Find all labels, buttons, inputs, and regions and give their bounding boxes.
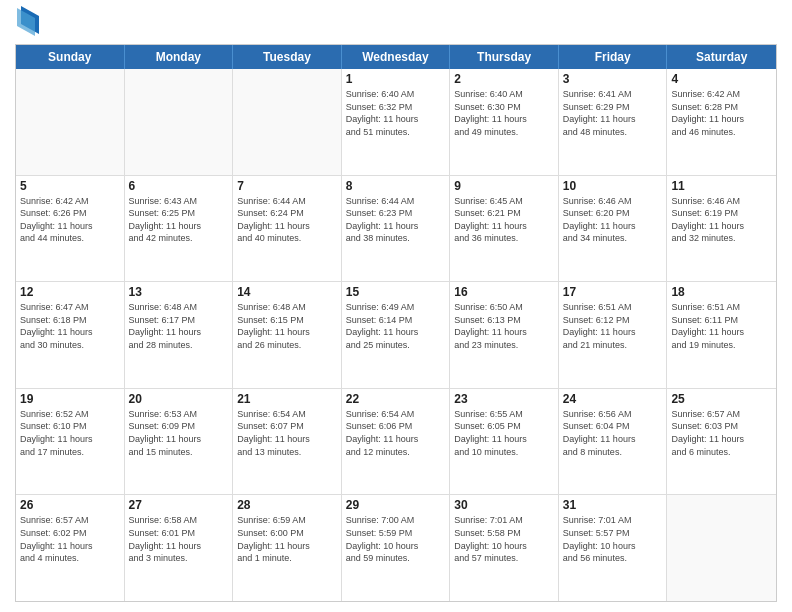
day-number: 30 xyxy=(454,498,554,512)
day-info: Sunrise: 6:40 AM Sunset: 6:32 PM Dayligh… xyxy=(346,88,446,138)
day-info: Sunrise: 6:54 AM Sunset: 6:06 PM Dayligh… xyxy=(346,408,446,458)
day-number: 22 xyxy=(346,392,446,406)
day-cell-6: 6Sunrise: 6:43 AM Sunset: 6:25 PM Daylig… xyxy=(125,176,234,282)
day-number: 28 xyxy=(237,498,337,512)
header xyxy=(15,10,777,36)
logo-icon xyxy=(17,6,39,36)
day-cell-17: 17Sunrise: 6:51 AM Sunset: 6:12 PM Dayli… xyxy=(559,282,668,388)
calendar: SundayMondayTuesdayWednesdayThursdayFrid… xyxy=(15,44,777,602)
day-number: 17 xyxy=(563,285,663,299)
empty-cell xyxy=(125,69,234,175)
day-info: Sunrise: 6:57 AM Sunset: 6:03 PM Dayligh… xyxy=(671,408,772,458)
calendar-row-4: 26Sunrise: 6:57 AM Sunset: 6:02 PM Dayli… xyxy=(16,495,776,601)
day-info: Sunrise: 6:50 AM Sunset: 6:13 PM Dayligh… xyxy=(454,301,554,351)
day-cell-5: 5Sunrise: 6:42 AM Sunset: 6:26 PM Daylig… xyxy=(16,176,125,282)
day-info: Sunrise: 6:44 AM Sunset: 6:23 PM Dayligh… xyxy=(346,195,446,245)
day-number: 7 xyxy=(237,179,337,193)
day-cell-2: 2Sunrise: 6:40 AM Sunset: 6:30 PM Daylig… xyxy=(450,69,559,175)
day-cell-18: 18Sunrise: 6:51 AM Sunset: 6:11 PM Dayli… xyxy=(667,282,776,388)
logo xyxy=(15,10,39,36)
day-cell-23: 23Sunrise: 6:55 AM Sunset: 6:05 PM Dayli… xyxy=(450,389,559,495)
day-number: 31 xyxy=(563,498,663,512)
day-cell-30: 30Sunrise: 7:01 AM Sunset: 5:58 PM Dayli… xyxy=(450,495,559,601)
day-info: Sunrise: 6:51 AM Sunset: 6:11 PM Dayligh… xyxy=(671,301,772,351)
day-info: Sunrise: 6:46 AM Sunset: 6:19 PM Dayligh… xyxy=(671,195,772,245)
day-cell-7: 7Sunrise: 6:44 AM Sunset: 6:24 PM Daylig… xyxy=(233,176,342,282)
day-info: Sunrise: 6:53 AM Sunset: 6:09 PM Dayligh… xyxy=(129,408,229,458)
day-number: 23 xyxy=(454,392,554,406)
day-number: 18 xyxy=(671,285,772,299)
day-cell-11: 11Sunrise: 6:46 AM Sunset: 6:19 PM Dayli… xyxy=(667,176,776,282)
day-cell-19: 19Sunrise: 6:52 AM Sunset: 6:10 PM Dayli… xyxy=(16,389,125,495)
day-info: Sunrise: 6:56 AM Sunset: 6:04 PM Dayligh… xyxy=(563,408,663,458)
day-cell-10: 10Sunrise: 6:46 AM Sunset: 6:20 PM Dayli… xyxy=(559,176,668,282)
day-cell-29: 29Sunrise: 7:00 AM Sunset: 5:59 PM Dayli… xyxy=(342,495,451,601)
day-info: Sunrise: 6:43 AM Sunset: 6:25 PM Dayligh… xyxy=(129,195,229,245)
day-number: 29 xyxy=(346,498,446,512)
day-cell-1: 1Sunrise: 6:40 AM Sunset: 6:32 PM Daylig… xyxy=(342,69,451,175)
day-cell-16: 16Sunrise: 6:50 AM Sunset: 6:13 PM Dayli… xyxy=(450,282,559,388)
header-day-sunday: Sunday xyxy=(16,45,125,69)
day-cell-24: 24Sunrise: 6:56 AM Sunset: 6:04 PM Dayli… xyxy=(559,389,668,495)
day-cell-26: 26Sunrise: 6:57 AM Sunset: 6:02 PM Dayli… xyxy=(16,495,125,601)
calendar-header: SundayMondayTuesdayWednesdayThursdayFrid… xyxy=(16,45,776,69)
day-cell-8: 8Sunrise: 6:44 AM Sunset: 6:23 PM Daylig… xyxy=(342,176,451,282)
header-day-tuesday: Tuesday xyxy=(233,45,342,69)
day-number: 4 xyxy=(671,72,772,86)
day-number: 15 xyxy=(346,285,446,299)
day-info: Sunrise: 6:54 AM Sunset: 6:07 PM Dayligh… xyxy=(237,408,337,458)
day-number: 12 xyxy=(20,285,120,299)
day-info: Sunrise: 6:49 AM Sunset: 6:14 PM Dayligh… xyxy=(346,301,446,351)
day-info: Sunrise: 6:40 AM Sunset: 6:30 PM Dayligh… xyxy=(454,88,554,138)
day-cell-3: 3Sunrise: 6:41 AM Sunset: 6:29 PM Daylig… xyxy=(559,69,668,175)
day-number: 10 xyxy=(563,179,663,193)
day-info: Sunrise: 6:55 AM Sunset: 6:05 PM Dayligh… xyxy=(454,408,554,458)
day-cell-28: 28Sunrise: 6:59 AM Sunset: 6:00 PM Dayli… xyxy=(233,495,342,601)
day-number: 6 xyxy=(129,179,229,193)
calendar-row-3: 19Sunrise: 6:52 AM Sunset: 6:10 PM Dayli… xyxy=(16,389,776,496)
day-number: 14 xyxy=(237,285,337,299)
day-number: 3 xyxy=(563,72,663,86)
day-number: 21 xyxy=(237,392,337,406)
day-info: Sunrise: 6:45 AM Sunset: 6:21 PM Dayligh… xyxy=(454,195,554,245)
empty-cell xyxy=(667,495,776,601)
day-cell-15: 15Sunrise: 6:49 AM Sunset: 6:14 PM Dayli… xyxy=(342,282,451,388)
day-info: Sunrise: 6:48 AM Sunset: 6:17 PM Dayligh… xyxy=(129,301,229,351)
day-number: 2 xyxy=(454,72,554,86)
day-info: Sunrise: 6:47 AM Sunset: 6:18 PM Dayligh… xyxy=(20,301,120,351)
day-cell-14: 14Sunrise: 6:48 AM Sunset: 6:15 PM Dayli… xyxy=(233,282,342,388)
day-number: 19 xyxy=(20,392,120,406)
empty-cell xyxy=(16,69,125,175)
header-day-wednesday: Wednesday xyxy=(342,45,451,69)
day-number: 25 xyxy=(671,392,772,406)
day-info: Sunrise: 6:42 AM Sunset: 6:26 PM Dayligh… xyxy=(20,195,120,245)
header-day-thursday: Thursday xyxy=(450,45,559,69)
calendar-row-1: 5Sunrise: 6:42 AM Sunset: 6:26 PM Daylig… xyxy=(16,176,776,283)
day-number: 26 xyxy=(20,498,120,512)
day-info: Sunrise: 6:41 AM Sunset: 6:29 PM Dayligh… xyxy=(563,88,663,138)
day-cell-4: 4Sunrise: 6:42 AM Sunset: 6:28 PM Daylig… xyxy=(667,69,776,175)
day-info: Sunrise: 6:44 AM Sunset: 6:24 PM Dayligh… xyxy=(237,195,337,245)
day-cell-21: 21Sunrise: 6:54 AM Sunset: 6:07 PM Dayli… xyxy=(233,389,342,495)
header-day-friday: Friday xyxy=(559,45,668,69)
day-cell-20: 20Sunrise: 6:53 AM Sunset: 6:09 PM Dayli… xyxy=(125,389,234,495)
day-number: 20 xyxy=(129,392,229,406)
page: SundayMondayTuesdayWednesdayThursdayFrid… xyxy=(0,0,792,612)
header-day-saturday: Saturday xyxy=(667,45,776,69)
day-number: 1 xyxy=(346,72,446,86)
day-number: 5 xyxy=(20,179,120,193)
day-info: Sunrise: 6:48 AM Sunset: 6:15 PM Dayligh… xyxy=(237,301,337,351)
day-info: Sunrise: 6:52 AM Sunset: 6:10 PM Dayligh… xyxy=(20,408,120,458)
day-cell-13: 13Sunrise: 6:48 AM Sunset: 6:17 PM Dayli… xyxy=(125,282,234,388)
day-number: 9 xyxy=(454,179,554,193)
day-info: Sunrise: 7:01 AM Sunset: 5:58 PM Dayligh… xyxy=(454,514,554,564)
day-cell-9: 9Sunrise: 6:45 AM Sunset: 6:21 PM Daylig… xyxy=(450,176,559,282)
calendar-row-0: 1Sunrise: 6:40 AM Sunset: 6:32 PM Daylig… xyxy=(16,69,776,176)
day-info: Sunrise: 6:46 AM Sunset: 6:20 PM Dayligh… xyxy=(563,195,663,245)
day-cell-25: 25Sunrise: 6:57 AM Sunset: 6:03 PM Dayli… xyxy=(667,389,776,495)
day-number: 13 xyxy=(129,285,229,299)
day-info: Sunrise: 6:57 AM Sunset: 6:02 PM Dayligh… xyxy=(20,514,120,564)
day-cell-12: 12Sunrise: 6:47 AM Sunset: 6:18 PM Dayli… xyxy=(16,282,125,388)
day-cell-22: 22Sunrise: 6:54 AM Sunset: 6:06 PM Dayli… xyxy=(342,389,451,495)
empty-cell xyxy=(233,69,342,175)
